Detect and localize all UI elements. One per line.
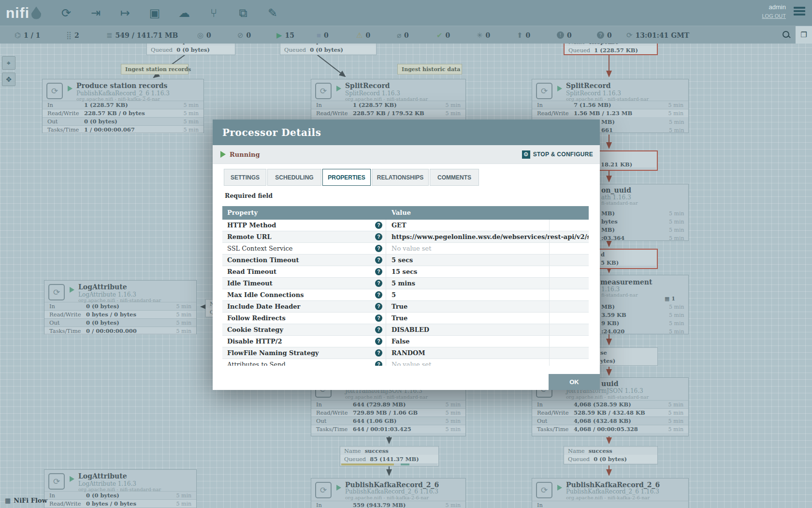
- stat-label: In: [316, 102, 353, 108]
- help-icon[interactable]: ?: [375, 361, 382, 366]
- property-row: Cookie Strategy?DISABLED: [222, 324, 589, 336]
- stat-fragment: MB): [601, 303, 615, 310]
- center-view-button[interactable]: ⌖: [2, 56, 15, 70]
- status-running: ▶15: [276, 26, 294, 44]
- property-name: Idle Timeout: [227, 280, 273, 287]
- operate-panel-button[interactable]: ❐: [796, 26, 812, 44]
- template-icon[interactable]: ⧉: [234, 4, 252, 22]
- processor-icon[interactable]: ⟳: [58, 4, 75, 22]
- property-row: Include Date Header?True: [222, 301, 589, 313]
- status-transmitting: ◎0: [197, 26, 211, 44]
- stat-value: 0 (0 bytes): [86, 303, 119, 310]
- processor-logattribute-bottom[interactable]: ⟳LogAttributeLogAttribute 1.16.3org.apac…: [44, 469, 197, 508]
- up-to-date-icon: ✔: [436, 31, 443, 40]
- tab-scheduling[interactable]: SCHEDULING: [267, 169, 321, 186]
- gear-icon: ⚙: [522, 150, 530, 159]
- property-value: DISABLED: [392, 326, 429, 333]
- property-value: 5 mins: [392, 280, 415, 287]
- value-column-header: Value: [392, 209, 411, 216]
- stat-window: 5 min: [176, 320, 191, 326]
- stat-label: Tasks/Time: [49, 328, 86, 334]
- label-icon[interactable]: ✎: [264, 4, 281, 22]
- not-transmitting-count: 0: [246, 31, 251, 39]
- help-icon[interactable]: ?: [375, 349, 382, 357]
- search-icon[interactable]: [782, 30, 791, 39]
- canvas-label-1[interactable]: Ingest station records: [121, 64, 188, 75]
- stat-window: 5 min: [176, 328, 191, 334]
- property-value: False: [392, 338, 409, 345]
- processor-stat-row: In7 (1.56 MB)5 min: [532, 101, 688, 109]
- breadcrumb[interactable]: ▦ NiFi Flow: [5, 497, 47, 504]
- stat-fragment: MB): [601, 210, 615, 217]
- help-icon[interactable]: ?: [375, 303, 382, 310]
- remote-process-group-icon[interactable]: ☁: [175, 4, 193, 22]
- stat-window: 5 min: [176, 312, 191, 318]
- connection-conn-success-right[interactable]: NamesuccessQueued0 (0 bytes): [564, 446, 658, 464]
- processor-logattribute-mid[interactable]: ⟳LogAttributeLogAttribute 1.16.3org.apac…: [44, 280, 197, 334]
- process-group-icon[interactable]: ▣: [146, 4, 163, 22]
- stat-fragment: uuid: [601, 380, 618, 388]
- help-icon[interactable]: ?: [375, 222, 382, 229]
- connection-row: Queued0 (0 bytes): [564, 455, 657, 463]
- processor-type-icon: ⟳: [536, 482, 552, 498]
- stop-and-configure-button[interactable]: ⚙ STOP & CONFIGURE: [522, 150, 593, 159]
- processor-type-icon: ⟳: [48, 284, 65, 300]
- tab-properties[interactable]: PROPERTIES: [322, 169, 371, 186]
- connection-row-value: 1 (228.57 KB): [594, 47, 638, 54]
- canvas-label-2[interactable]: Ingest historic data: [397, 64, 462, 75]
- processor-produce-station-records[interactable]: ⟳Produce station recordsPublishKafkaReco…: [42, 79, 204, 133]
- tab-settings[interactable]: SETTINGS: [224, 169, 266, 186]
- stat-label: In: [49, 492, 86, 499]
- help-icon[interactable]: ?: [375, 245, 382, 252]
- properties-table: Property Value HTTP Method?GETRemote URL…: [222, 206, 589, 366]
- refresh-icon[interactable]: ⟳: [626, 31, 633, 40]
- stat-fragment: 5 min: [669, 210, 684, 217]
- processor-publishkafka-mid[interactable]: ⟳PublishKafkaRecord_2_6PublishKafkaRecor…: [311, 478, 466, 508]
- status-connected-nodes: ⌬1 / 1: [14, 26, 40, 44]
- processor-state-strip: Running ⚙ STOP & CONFIGURE: [213, 145, 600, 164]
- stat-value: 228.57 KB / 0 bytes: [84, 110, 145, 117]
- tab-comments[interactable]: COMMENTS: [430, 169, 479, 186]
- queued-icon: ≣: [106, 31, 113, 40]
- help-icon[interactable]: ?: [375, 233, 382, 240]
- property-row: Follow Redirects?True: [222, 313, 589, 324]
- help-icon[interactable]: ?: [375, 268, 382, 275]
- stat-label: In: [537, 502, 574, 508]
- property-name: Include Date Header: [227, 303, 300, 310]
- processor-publishkafka-right[interactable]: ⟳PublishKafkaRecord_2_6PublishKafkaRecor…: [532, 478, 689, 508]
- processor-stat-row: Tasks/Time0 / 00:00:00.0005 min: [44, 327, 196, 335]
- queued-count: 549 / 141.71 MB: [116, 31, 178, 39]
- tab-relationships[interactable]: RELATIONSHIPS: [372, 169, 429, 186]
- funnel-icon[interactable]: ⑂: [205, 4, 222, 22]
- property-row: HTTP Method?GET: [222, 220, 589, 231]
- input-port-icon[interactable]: ⇥: [87, 4, 104, 22]
- connection-fragment: ytes): [600, 358, 615, 364]
- output-port-icon[interactable]: ↦: [116, 4, 134, 22]
- last-refresh-time: 13:01:41 GMT: [636, 31, 690, 39]
- running-label: Running: [230, 151, 260, 158]
- refresh-status[interactable]: ⟳ 13:01:41 GMT: [626, 26, 689, 44]
- connection-conn-success-mid[interactable]: NamesuccessQueued85 (141.37 MB): [340, 446, 439, 466]
- pan-tool-button[interactable]: ✥: [2, 73, 15, 86]
- help-icon[interactable]: ?: [375, 291, 382, 299]
- help-icon[interactable]: ?: [375, 338, 382, 345]
- property-column-header: Property: [227, 209, 258, 216]
- not-transmitting-icon: ⊘: [237, 31, 244, 40]
- status-disabled: ⌀0: [397, 26, 409, 44]
- ok-button[interactable]: OK: [549, 374, 600, 390]
- logout-link[interactable]: LOG OUT: [762, 13, 786, 19]
- connection-row-value: success: [589, 448, 612, 454]
- help-icon[interactable]: ?: [375, 326, 382, 333]
- property-value: 15 secs: [392, 268, 417, 275]
- stat-fragment: 5 min: [669, 320, 684, 327]
- help-icon[interactable]: ?: [375, 256, 382, 264]
- global-menu-button[interactable]: [794, 5, 805, 17]
- app-header: nifi ⟳⇥↦▣☁⑂⧉✎ admin LOG OUT: [0, 0, 812, 26]
- stat-fragment: MB): [601, 226, 615, 233]
- help-icon[interactable]: ?: [375, 314, 382, 322]
- processor-bundle: org.apache.nifi - nifi-standard-nar: [566, 394, 649, 400]
- connection-row-label: Queued: [344, 456, 366, 463]
- help-icon[interactable]: ?: [375, 280, 382, 287]
- property-value: GET: [392, 222, 406, 229]
- processor-stat-row: In4,068 (528.59 KB)5 min: [532, 400, 688, 408]
